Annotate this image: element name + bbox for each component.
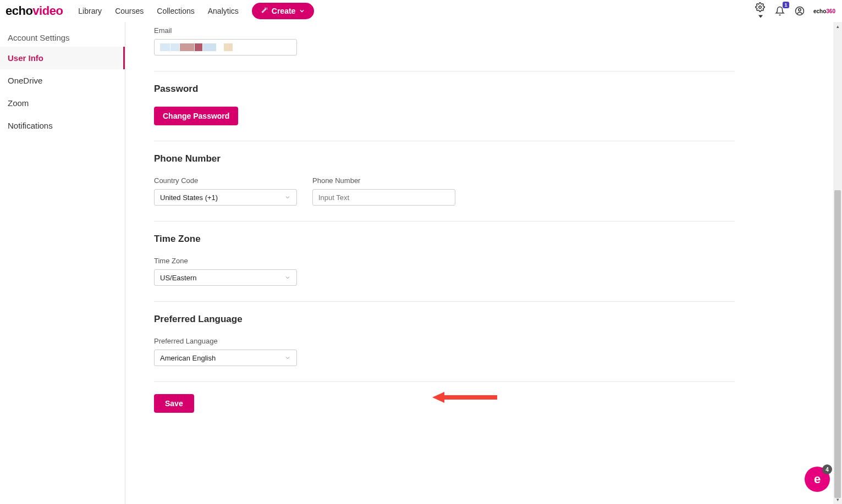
chevron-down-icon — [284, 355, 291, 361]
nav-collections[interactable]: Collections — [157, 7, 194, 15]
top-header: echovideo Library Courses Collections An… — [0, 0, 842, 22]
scroll-down-button[interactable]: ▾ — [833, 495, 842, 504]
scroll-thumb[interactable] — [834, 190, 841, 498]
sidebar-item-user-info[interactable]: User Info — [0, 47, 125, 69]
save-button[interactable]: Save — [154, 394, 194, 413]
chevron-down-icon — [284, 194, 291, 201]
settings-button[interactable] — [754, 1, 766, 21]
notification-badge: 1 — [783, 2, 789, 8]
svg-point-0 — [759, 5, 762, 8]
logo-text-2: video — [32, 4, 63, 18]
fab-letter: e — [814, 472, 821, 486]
language-section: Preferred Language Preferred Language Am… — [154, 302, 735, 382]
language-title: Preferred Language — [154, 314, 735, 325]
sidebar-title: Account Settings — [0, 29, 125, 47]
account-button[interactable] — [794, 5, 806, 17]
vertical-scrollbar[interactable]: ▴ ▾ — [833, 22, 842, 504]
timezone-select[interactable]: US/Eastern — [154, 269, 297, 286]
create-label: Create — [272, 7, 296, 15]
password-section: Password Change Password — [154, 71, 735, 141]
sidebar: Account Settings User Info OneDrive Zoom… — [0, 22, 125, 504]
language-label: Preferred Language — [154, 337, 735, 345]
email-field[interactable] — [154, 39, 297, 56]
logo[interactable]: echovideo — [5, 4, 63, 18]
save-section: Save — [154, 382, 735, 428]
change-password-button[interactable]: Change Password — [154, 107, 238, 125]
country-code-label: Country Code — [154, 176, 297, 185]
magic-wand-icon — [261, 7, 268, 15]
language-select[interactable]: American English — [154, 350, 297, 366]
phone-title: Phone Number — [154, 153, 735, 164]
nav-analytics[interactable]: Analytics — [208, 7, 239, 15]
password-title: Password — [154, 84, 735, 95]
main-nav: Library Courses Collections Analytics Cr… — [78, 3, 314, 19]
brand-mini-1: echo — [813, 8, 826, 14]
create-button[interactable]: Create — [252, 3, 315, 19]
sidebar-item-onedrive[interactable]: OneDrive — [0, 69, 125, 92]
main-content: Email — [125, 22, 763, 450]
timezone-value: US/Eastern — [160, 274, 196, 282]
timezone-title: Time Zone — [154, 234, 735, 245]
brand-mini-2: 360 — [826, 8, 835, 14]
scroll-up-button[interactable]: ▴ — [833, 22, 842, 31]
notifications-button[interactable]: 1 — [774, 5, 786, 17]
email-section: Email — [154, 22, 735, 71]
phone-section: Phone Number Country Code United States … — [154, 141, 735, 221]
country-code-value: United States (+1) — [160, 193, 218, 202]
chevron-down-icon — [299, 8, 305, 14]
timezone-label: Time Zone — [154, 257, 735, 265]
brand-mini[interactable]: echo360 — [813, 8, 835, 14]
header-right: 1 echo360 — [754, 1, 835, 21]
country-code-select[interactable]: United States (+1) — [154, 189, 297, 206]
phone-number-label: Phone Number — [312, 176, 455, 185]
nav-courses[interactable]: Courses — [115, 7, 144, 15]
fab-badge: 4 — [822, 464, 832, 474]
sidebar-item-zoom[interactable]: Zoom — [0, 92, 125, 114]
caret-down-icon — [758, 14, 763, 19]
email-masked-value — [160, 43, 233, 51]
timezone-section: Time Zone Time Zone US/Eastern — [154, 221, 735, 302]
phone-number-input[interactable] — [312, 189, 455, 206]
nav-library[interactable]: Library — [78, 7, 102, 15]
gear-icon — [755, 2, 765, 12]
language-value: American English — [160, 354, 216, 362]
sidebar-item-notifications[interactable]: Notifications — [0, 114, 125, 137]
logo-text-1: echo — [5, 4, 32, 18]
email-label: Email — [154, 26, 735, 35]
help-fab[interactable]: e 4 — [805, 467, 830, 492]
chevron-down-icon — [284, 274, 291, 281]
user-circle-icon — [795, 6, 805, 16]
svg-point-2 — [799, 9, 801, 12]
